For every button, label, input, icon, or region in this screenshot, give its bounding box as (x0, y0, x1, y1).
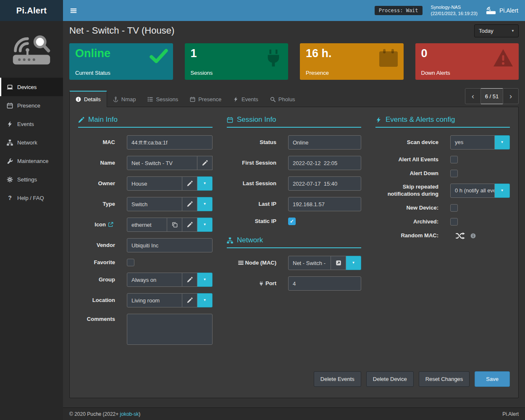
sidebar-item-help[interactable]: Help / FAQ (0, 189, 63, 207)
tab-label: Presence (198, 96, 221, 102)
period-select-value: Today (479, 28, 494, 34)
field-group: Group (78, 273, 213, 287)
hamburger-icon[interactable] (70, 7, 78, 14)
external-link-icon[interactable] (108, 222, 113, 227)
presence-label: Presence (306, 70, 398, 76)
chevron-down-icon (203, 223, 207, 226)
edit-owner-button[interactable] (182, 176, 197, 191)
info-icon[interactable] (470, 233, 476, 239)
location-input[interactable] (127, 293, 182, 307)
current-status-box[interactable]: Online Current Status (69, 43, 173, 80)
edit-icon-button[interactable] (182, 218, 197, 232)
alert-down-checkbox[interactable] (450, 170, 458, 177)
prev-device-button[interactable] (465, 88, 481, 104)
group-dropdown-button[interactable] (197, 273, 213, 287)
sidebar: Devices Presence Events Network Maintena… (0, 21, 63, 420)
period-select[interactable]: Today (474, 24, 519, 37)
copy-icon-button[interactable] (167, 218, 182, 232)
skip-notifications-select[interactable]: 0 h (notify all event (450, 184, 495, 198)
last-session-input[interactable] (288, 176, 361, 191)
device-counter: 6 / 51 (481, 88, 503, 104)
location-dropdown-button[interactable] (197, 293, 213, 307)
tab-details[interactable]: Details (69, 91, 107, 107)
header-app-brand[interactable]: Pi.Alert (486, 7, 518, 15)
type-dropdown-button[interactable] (197, 197, 213, 211)
tab-label: Pholus (278, 96, 295, 102)
sidebar-item-events[interactable]: Events (0, 115, 63, 133)
field-vendor: Vendor (78, 238, 213, 252)
group-input[interactable] (127, 273, 182, 287)
reset-changes-button[interactable]: Reset Changes (419, 371, 470, 387)
next-device-button[interactable] (503, 88, 519, 104)
down-alerts-box[interactable]: 0 Down Alerts (415, 43, 519, 80)
scan-device-select[interactable]: yes (450, 135, 495, 150)
favorite-checkbox[interactable] (127, 259, 134, 266)
session-info-section: Session Info Status First Session Last S… (227, 116, 361, 351)
sessions-box[interactable]: 1 Sessions (185, 43, 289, 80)
alert-all-events-checkbox[interactable] (450, 156, 458, 163)
field-favorite: Favorite (78, 259, 213, 266)
owner-input[interactable] (127, 176, 182, 191)
sidebar-item-network[interactable]: Network (0, 133, 63, 152)
static-ip-checkbox[interactable] (288, 218, 296, 225)
first-session-input[interactable] (288, 156, 361, 170)
tab-events[interactable]: Events (227, 92, 264, 107)
tab-presence[interactable]: Presence (184, 92, 227, 107)
name-input[interactable] (127, 156, 197, 170)
sitemap-icon (7, 139, 13, 146)
field-new-device: New Device: (375, 204, 510, 212)
vendor-input[interactable] (127, 238, 213, 252)
delete-device-button[interactable]: Delete Device (366, 371, 414, 387)
sidebar-item-devices[interactable]: Devices (0, 78, 63, 96)
sidebar-item-presence[interactable]: Presence (0, 96, 63, 115)
device-pager: 6 / 51 (465, 88, 519, 104)
name-label: Name (78, 160, 115, 167)
node-dropdown-button[interactable] (346, 256, 361, 270)
pencil-icon (187, 181, 193, 186)
sidebar-item-maintenance[interactable]: Maintenance (0, 152, 63, 170)
skip-notifications-dropdown-button[interactable] (495, 184, 510, 198)
edit-group-button[interactable] (182, 273, 197, 287)
field-mac: MAC (78, 135, 213, 150)
alerts-config-title: Events & Alerts config (375, 116, 510, 128)
owner-dropdown-button[interactable] (197, 176, 213, 191)
skip-notifications-label: Skip repeated notifications during (375, 184, 438, 198)
new-device-checkbox[interactable] (450, 204, 458, 212)
scan-device-label: Scan device (375, 139, 438, 146)
tab-nmap[interactable]: Nmap (107, 92, 142, 107)
presence-box[interactable]: 16 h. Presence (300, 43, 404, 80)
last-ip-label: Last IP (227, 201, 276, 208)
scan-device-dropdown-button[interactable] (495, 135, 510, 150)
last-ip-input[interactable] (288, 197, 361, 211)
sidebar-item-settings[interactable]: Settings (0, 170, 63, 189)
edit-type-button[interactable] (182, 197, 197, 211)
icon-dropdown-button[interactable] (197, 218, 213, 232)
open-node-button[interactable] (331, 256, 346, 270)
delete-events-button[interactable]: Delete Events (314, 371, 361, 387)
edit-location-button[interactable] (182, 293, 197, 307)
tab-sessions[interactable]: Sessions (142, 92, 184, 107)
type-input[interactable] (127, 197, 182, 211)
chevron-down-icon (501, 189, 504, 192)
author-link[interactable]: jokob-sk (120, 411, 139, 417)
icon-label: Icon (78, 221, 115, 228)
archived-checkbox[interactable] (450, 218, 458, 226)
edit-name-button[interactable] (197, 156, 213, 170)
status-input[interactable] (288, 135, 361, 150)
comments-textarea[interactable] (127, 314, 213, 345)
shuffle-icon[interactable] (455, 232, 465, 240)
node-input[interactable] (288, 256, 331, 270)
save-button[interactable]: Save (475, 371, 510, 387)
icon-input[interactable] (127, 218, 167, 232)
tab-label: Details (84, 96, 101, 102)
sidebar-item-label: Presence (17, 102, 40, 109)
mac-input[interactable] (127, 135, 213, 150)
favorite-label: Favorite (78, 259, 115, 266)
main-content: Net - Switch - TV (House) Today Online C… (63, 21, 525, 407)
tab-pholus[interactable]: Pholus (264, 92, 301, 107)
port-input[interactable] (288, 276, 361, 291)
sidebar-item-label: Events (17, 121, 34, 127)
info-circle-icon (76, 97, 81, 102)
host-info: Synology-NAS (22/01/2023, 16:19:23) (431, 4, 478, 17)
brand-logo[interactable]: Pi.Alert (0, 0, 63, 21)
